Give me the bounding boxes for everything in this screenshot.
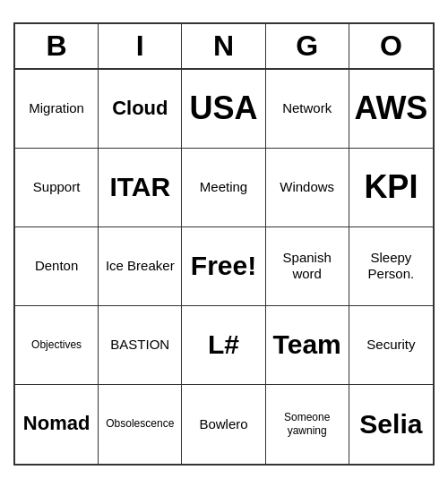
header-letter: G (266, 24, 349, 68)
bingo-cell: Denton (15, 227, 99, 306)
bingo-cell: Selia (349, 385, 433, 464)
bingo-cell: BASTION (99, 306, 182, 385)
cell-text: Spanish word (270, 250, 345, 282)
bingo-header: BINGO (15, 24, 433, 70)
cell-text: L# (208, 329, 239, 361)
bingo-cell: Windows (266, 149, 349, 227)
bingo-cell: Nomad (15, 385, 99, 464)
bingo-grid: MigrationCloudUSANetworkAWSSupportITARMe… (15, 70, 433, 464)
cell-text: Windows (280, 179, 334, 195)
bingo-cell: Migration (15, 70, 99, 149)
bingo-cell: KPI (349, 149, 433, 227)
cell-text: Network (282, 100, 332, 116)
cell-text: Obsolescence (106, 417, 174, 430)
bingo-cell: Obsolescence (99, 385, 182, 464)
cell-text: Security (366, 337, 415, 353)
bingo-cell: Ice Breaker (99, 227, 182, 306)
header-letter: B (15, 24, 99, 68)
bingo-cell: Support (15, 149, 99, 227)
cell-text: Meeting (200, 179, 247, 195)
bingo-cell: AWS (349, 70, 433, 149)
cell-text: USA (189, 89, 257, 127)
cell-text: Sleepy Person. (353, 250, 429, 282)
cell-text: KPI (364, 167, 418, 206)
bingo-cell: L# (182, 306, 265, 385)
bingo-card: BINGO MigrationCloudUSANetworkAWSSupport… (13, 22, 435, 466)
bingo-cell: Sleepy Person. (349, 227, 433, 306)
bingo-cell: Free! (182, 227, 265, 306)
bingo-cell: Security (349, 306, 433, 385)
bingo-cell: Team (266, 306, 349, 385)
header-letter: N (182, 24, 265, 68)
cell-text: Nomad (23, 412, 90, 435)
bingo-cell: Meeting (182, 149, 265, 227)
cell-text: BASTION (110, 337, 169, 353)
cell-text: Selia (359, 408, 422, 440)
cell-text: ITAR (109, 171, 170, 203)
bingo-cell: Bowlero (182, 385, 265, 464)
cell-text: Team (273, 329, 341, 361)
cell-text: Someone yawning (270, 411, 345, 437)
cell-text: Denton (35, 258, 78, 274)
cell-text: Free! (191, 250, 256, 282)
cell-text: Ice Breaker (106, 258, 175, 274)
cell-text: Migration (29, 100, 84, 116)
bingo-cell: Someone yawning (266, 385, 349, 464)
bingo-cell: Objectives (15, 306, 99, 385)
bingo-cell: Spanish word (266, 227, 349, 306)
bingo-cell: ITAR (99, 149, 182, 227)
bingo-cell: Network (266, 70, 349, 149)
cell-text: Objectives (31, 338, 82, 351)
bingo-cell: Cloud (99, 70, 182, 149)
cell-text: Bowlero (199, 416, 247, 432)
cell-text: Support (33, 179, 81, 195)
header-letter: O (349, 24, 433, 68)
cell-text: AWS (354, 89, 427, 127)
header-letter: I (99, 24, 182, 68)
cell-text: Cloud (112, 97, 168, 120)
bingo-cell: USA (182, 70, 265, 149)
